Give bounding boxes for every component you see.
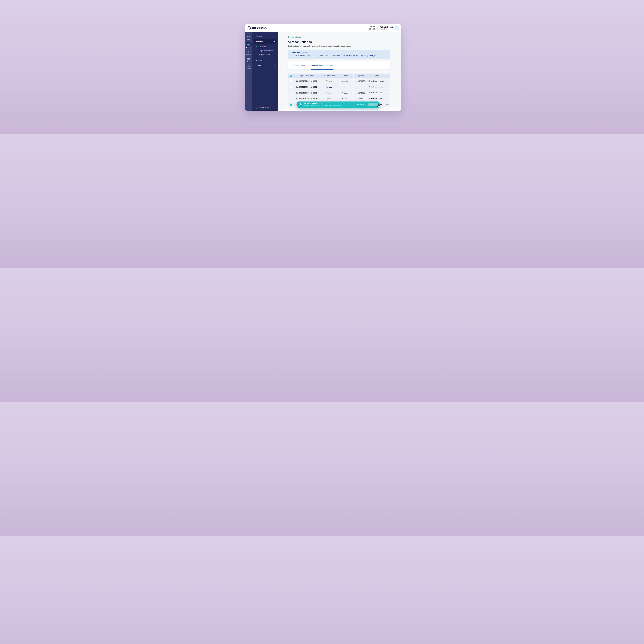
table-row: CA $ 000124540001248901 Firmante Grupo A…	[288, 90, 390, 96]
row-actions-menu[interactable]	[386, 99, 389, 99]
company-product: Producto I	[332, 55, 340, 57]
approve-button[interactable]: Aprobar	[368, 103, 378, 106]
cell-validity: 26/07/2025	[354, 78, 368, 84]
column-header-tipo-usuario[interactable]: Tipo de usuario	[321, 74, 337, 78]
sidebar-submenu: Clientes Usuarios Usuarios	[252, 32, 278, 111]
check-circle-icon	[247, 43, 250, 46]
company-alta-user: (jgomez_09)	[366, 55, 376, 57]
sidebar-item-gestion[interactable]: Gestión	[246, 51, 251, 56]
collapse-sidebar-button[interactable]: Ocultar opciones	[254, 107, 277, 109]
version-number: 12.3.1.2	[369, 28, 375, 30]
document-search-icon	[247, 64, 250, 67]
toast-subtitle: Seleccioná la acción que quieras realiza…	[304, 105, 341, 107]
submenu-item-label: Segundo factor	[259, 54, 270, 56]
bullet-separator: •	[312, 55, 312, 56]
row-actions-menu[interactable]	[386, 110, 389, 111]
tab-label: Datos del usuario	[292, 64, 305, 66]
row-checkbox[interactable]	[290, 98, 292, 100]
chevron-down-icon	[273, 36, 275, 37]
version-label: Versión	[369, 26, 375, 28]
cell-status: Pendiente de apr...	[368, 90, 385, 96]
row-actions-menu[interactable]	[386, 87, 389, 87]
submenu-item-usuarios[interactable]: Usuarios	[254, 45, 277, 49]
logout-button[interactable]	[395, 26, 399, 30]
table-header-row: Tipo y N° de cuenta Tipo de usuario Grup…	[288, 74, 390, 78]
cell-status: Pendiente de apr...	[368, 96, 385, 101]
reject-button[interactable]: Rechazar	[355, 103, 366, 106]
cell-user-type: Firmante	[321, 90, 337, 96]
user-block: Roberto López Supervisor	[380, 26, 393, 30]
row-checkbox[interactable]	[290, 86, 292, 88]
cell-group: Grupo A	[337, 90, 353, 96]
company-name: Fábrica de alfajores S.R.L	[292, 55, 311, 57]
cell-validity: -	[354, 84, 368, 90]
tab-datos-del-usuario[interactable]: Datos del usuario	[292, 61, 305, 69]
sidebar-item-aprobar[interactable]: Aprobar	[246, 42, 252, 49]
cell-validity: 26/07/2025	[354, 90, 368, 96]
main-content: Volver al listado Aprobar usuarios Desde…	[278, 32, 401, 111]
check-icon	[290, 104, 291, 105]
sidebar-item-baja[interactable]: Baja	[247, 57, 250, 62]
row-actions-menu[interactable]	[386, 81, 389, 81]
cell-status: Pendiente de apr...	[368, 84, 385, 90]
header-divider	[377, 26, 378, 30]
cell-group: Grupo A	[337, 78, 353, 84]
company-info-box: Datos de la empresa Fábrica de alfajores…	[288, 50, 390, 59]
gear-icon	[247, 51, 250, 53]
back-link[interactable]: Volver al listado	[288, 36, 301, 38]
menu-item-usuarios[interactable]: Usuarios	[254, 39, 277, 44]
svg-text:LiNK: LiNK	[248, 27, 250, 29]
tabs-bar: Datos del usuario Relación usuario / cue…	[288, 61, 390, 69]
submenu-item-label: Esquema de firmas	[259, 50, 273, 52]
company-alta: Alta realizada por José Gómez	[342, 55, 365, 57]
bullet-separator: •	[331, 55, 331, 56]
menu-item-clientes[interactable]: Clientes	[254, 34, 277, 39]
back-chevron-icon	[288, 36, 289, 38]
row-checkbox[interactable]	[290, 92, 292, 94]
active-dot	[256, 46, 257, 47]
row-checkbox[interactable]	[290, 110, 292, 111]
table-row: CA $ 000124540001248901 Operador - - Pen…	[288, 84, 390, 90]
selection-toast: 2 cuentas seleccionadas Seleccioná la ac…	[297, 101, 380, 108]
menu-item-label: Clientes	[256, 35, 262, 37]
top-bar: LiNK Red Link S.A. Versión 12.3.1.2 Robe…	[245, 24, 401, 32]
folder-remove-icon	[247, 57, 250, 60]
row-checkbox[interactable]	[290, 80, 292, 82]
row-actions-menu[interactable]	[386, 104, 389, 105]
cell-account: CA $ 000124540001248901	[294, 78, 321, 84]
row-checkbox-checked[interactable]	[290, 104, 292, 106]
submenu-item-segundo-factor[interactable]: Segundo factor	[254, 53, 277, 57]
cell-validity: -	[354, 108, 368, 111]
select-all-checkbox[interactable]	[290, 75, 292, 77]
menu-item-limites[interactable]: Límites	[254, 63, 277, 68]
cell-group: -	[337, 108, 353, 111]
sidebar-item-label: Baja	[247, 61, 250, 62]
tab-label: Relación usuario / cuentas	[311, 64, 333, 66]
tab-relacion-usuario-cuentas[interactable]: Relación usuario / cuentas	[311, 61, 333, 69]
user-role: Supervisor	[380, 28, 393, 30]
menu-item-label: Límites	[256, 64, 261, 66]
cell-account: CA $ 000124540001248901	[294, 84, 321, 90]
version-block: Versión 12.3.1.2	[369, 26, 375, 30]
sidebar-item-consultar[interactable]: Consultar	[246, 64, 252, 69]
active-tab-underline	[311, 69, 333, 70]
column-header-vigencia[interactable]: Vigencia	[354, 74, 368, 78]
page-subtitle: Desde acá podrás visualizar los usuarios…	[288, 45, 390, 47]
chevron-down-icon	[273, 60, 275, 61]
cell-status: Pendiente de apr...	[368, 108, 385, 111]
cell-user-type: Firmante	[321, 96, 337, 101]
sidebar-item-label: Inicio	[247, 39, 250, 40]
page-title: Aprobar usuarios	[288, 40, 390, 44]
column-header-grupo[interactable]: Grupo	[337, 74, 353, 78]
menu-item-atributos[interactable]: Atributos	[254, 57, 277, 63]
column-header-estado[interactable]: Estado	[368, 74, 385, 78]
submenu-item-esquema-de-firmas[interactable]: Esquema de firmas	[254, 49, 277, 53]
table-row: CA $ 000124540001248901 Firmante Grupo A…	[288, 96, 390, 101]
menu-item-label: Atributos	[256, 59, 262, 61]
table-row: CA $ 000124540001248901 Firmante Grupo A…	[288, 78, 390, 84]
brand-name: Red Link S.A.	[252, 27, 267, 29]
column-header-cuenta[interactable]: Tipo y N° de cuenta	[294, 74, 321, 78]
indeterminate-icon	[290, 75, 291, 76]
row-actions-menu[interactable]	[386, 93, 389, 93]
sidebar-item-inicio[interactable]: Inicio	[247, 35, 250, 40]
